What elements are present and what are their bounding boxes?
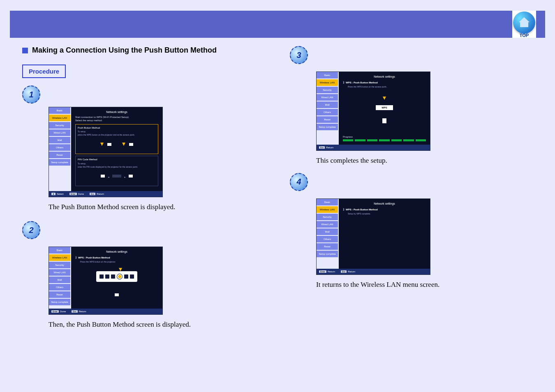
- arrow-down-icon: [122, 143, 125, 146]
- step-4: 4: [290, 173, 533, 191]
- arrows-key-icon: ⬍: [51, 193, 56, 195]
- remote-control-icon: [96, 271, 137, 282]
- tab-security: Security: [49, 122, 70, 129]
- esc-key-icon: Esc: [90, 193, 95, 195]
- footer-select: Select: [57, 193, 64, 195]
- screen3-heading: WPS : Push Button Method: [346, 81, 378, 84]
- panel-title: Network settings: [75, 111, 158, 113]
- tab-wireless-lan: Wireless LAN: [317, 79, 338, 86]
- screen1-footer: ⬍Select EnterDone EscReturn: [49, 191, 162, 197]
- step-3: 3: [290, 46, 533, 64]
- tab-basic: Basic: [317, 199, 338, 205]
- tab-wired-lan: Wired LAN: [317, 221, 338, 228]
- tab-setup-complete: Setup complete: [49, 299, 70, 305]
- tab-basic: Basic: [49, 247, 70, 254]
- intro-line-2: Select the setup method.: [75, 119, 158, 122]
- wifi-icon: ⟫: [343, 81, 345, 84]
- tab-wired-lan: Wired LAN: [49, 129, 70, 136]
- screen3-line: Press the WPS button on the access point…: [348, 85, 426, 88]
- arrow-down-icon: [119, 268, 122, 271]
- panel-title: Network settings: [75, 250, 158, 253]
- tab-mail: Mail: [49, 137, 70, 143]
- pin-code-method-box: PIN Code Method To setup, enter the PIN …: [75, 156, 158, 186]
- access-point-icon: [129, 175, 133, 178]
- screen4-line: Setup by WPS complete.: [348, 212, 426, 215]
- panel-title: Network settings: [343, 75, 426, 78]
- tab-reset: Reset: [49, 152, 70, 158]
- step2-caption: Then, the Push Button Method screen is d…: [49, 321, 265, 329]
- footer-return: Return: [97, 193, 104, 195]
- box1-line1: To setup,: [78, 130, 156, 133]
- pin-display-icon: [112, 175, 121, 178]
- top-label: TOP: [520, 33, 529, 38]
- step-number-1: 1: [22, 85, 40, 104]
- projector-icon: [115, 293, 119, 296]
- screen2-heading: WPS : Push Button Method: [78, 256, 110, 259]
- box2-line1: To setup,: [78, 162, 156, 165]
- step-2: 2: [22, 221, 265, 239]
- top-nav-badge[interactable]: TOP: [512, 11, 536, 38]
- tab-security: Security: [317, 214, 338, 220]
- screen3-footer: EscReturn: [317, 145, 430, 150]
- step3-caption: This completes the setup.: [316, 157, 533, 165]
- step-number-3: 3: [290, 46, 308, 64]
- access-point-icon: [382, 118, 386, 123]
- step-number-4: 4: [290, 173, 308, 191]
- tab-wired-lan: Wired LAN: [49, 269, 70, 276]
- step-number-2: 2: [22, 221, 40, 239]
- arrow-down-icon: [100, 143, 104, 146]
- tab-others: Others: [317, 109, 338, 115]
- screen2-line: Press the WPS button on the projector.: [80, 261, 158, 263]
- section-title-text: Making a Connection Using the Push Butto…: [32, 46, 217, 55]
- esc-key-icon: Esc: [341, 270, 347, 273]
- enter-key-icon: Enter: [69, 193, 77, 195]
- footer-return2: Return: [348, 270, 355, 273]
- enter-key-icon: Enter: [319, 270, 326, 273]
- tab-basic: Basic: [317, 72, 338, 78]
- projector-screen-1: Basic Wireless LAN Security Wired LAN Ma…: [49, 107, 163, 197]
- box2-title: PIN Code Method: [78, 158, 156, 161]
- screen4-footer: EnterReturn EscReturn: [317, 269, 430, 274]
- step1-caption: The Push Button Method screen is display…: [49, 203, 265, 211]
- enter-key-icon: Enter: [51, 310, 59, 313]
- push-button-method-box: Push Button Method To setup, press the W…: [75, 124, 158, 154]
- footer-done: Done: [78, 193, 84, 195]
- tab-setup-complete: Setup complete: [49, 159, 70, 166]
- intro-line-1: Start connection to WPS (Wi-Fi Protected…: [75, 116, 158, 119]
- header-bar: TOP: [10, 11, 545, 38]
- tab-wireless-lan: Wireless LAN: [317, 206, 338, 213]
- tab-others: Others: [49, 284, 70, 291]
- tab-mail: Mail: [317, 101, 338, 108]
- arrow-down-icon: [383, 97, 386, 100]
- wifi-icon: ⟫: [343, 208, 345, 211]
- access-point-icon: [129, 143, 133, 146]
- panel-title: Network settings: [343, 202, 426, 205]
- procedure-label: Procedure: [22, 65, 66, 78]
- left-column: Making a Connection Using the Push Butto…: [22, 46, 265, 329]
- projector-icon: [107, 143, 111, 146]
- projector-icon: [101, 175, 105, 178]
- box2-line2: enter the PIN code displayed by the proj…: [78, 166, 156, 168]
- tab-others: Others: [49, 144, 70, 151]
- esc-key-icon: Esc: [72, 310, 77, 313]
- footer-return: Return: [326, 146, 333, 149]
- footer-done: Done: [60, 310, 66, 313]
- tab-reset: Reset: [49, 291, 70, 298]
- tab-setup-complete: Setup complete: [317, 251, 338, 257]
- projector-screen-2: Basic Wireless LAN Security Wired LAN Ma…: [49, 247, 163, 315]
- wps-button: WPS: [376, 105, 393, 110]
- projector-screen-4: Basic Wireless LAN Security Wired LAN Ma…: [316, 198, 430, 275]
- progress-label: Progress: [343, 136, 426, 138]
- footer-return: Return: [79, 310, 86, 313]
- footer-return1: Return: [328, 270, 335, 273]
- tab-wired-lan: Wired LAN: [317, 94, 338, 101]
- tab-security: Security: [317, 87, 338, 93]
- tab-basic: Basic: [49, 107, 70, 114]
- right-column: 3 Basic Wireless LAN Security Wired LAN …: [290, 46, 533, 329]
- wifi-icon: ⟫: [75, 256, 77, 259]
- tab-others: Others: [317, 236, 338, 242]
- tab-reset: Reset: [317, 243, 338, 250]
- screen2-footer: EnterDone EscReturn: [49, 309, 162, 314]
- tab-mail: Mail: [49, 277, 70, 283]
- home-icon: [513, 12, 535, 34]
